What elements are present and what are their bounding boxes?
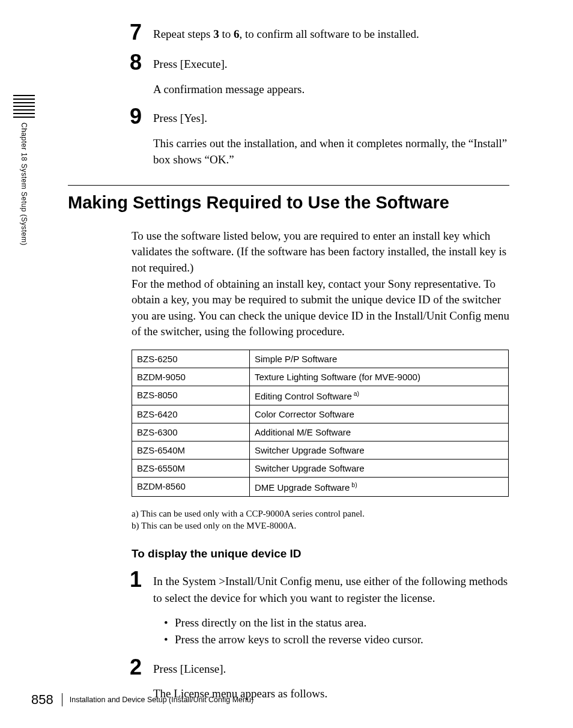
text-fragment: , to confirm all software to be installe… xyxy=(240,28,419,40)
desc-cell: Additional M/E Software xyxy=(250,423,509,441)
side-tab: Chapter 18 System Setup (System) xyxy=(13,95,35,246)
desc-cell: Simple P/P Software xyxy=(250,350,509,368)
list-item: •Press the arrow keys to scroll the reve… xyxy=(164,631,511,648)
section-title: Making Settings Required to Use the Soft… xyxy=(68,193,511,213)
footer-text: Installation and Device Setup (Install/U… xyxy=(70,696,253,704)
step-number: 2 xyxy=(66,657,153,678)
footnote-ref: a) xyxy=(352,390,359,397)
step-text: Press [Execute]. A confirmation message … xyxy=(153,52,511,97)
footnote-ref: b) xyxy=(350,481,357,488)
paragraph: For the method of obtaining an install k… xyxy=(132,276,510,340)
bullet-icon: • xyxy=(164,631,175,648)
bullet-text: Press the arrow keys to scroll the rever… xyxy=(175,631,423,648)
software-table: BZS-6250Simple P/P SoftwareBZDM-9050Text… xyxy=(132,350,509,497)
page-content: 7 Repeat steps 3 to 6, to confirm all so… xyxy=(66,22,511,711)
step-text: Press [Yes]. This carries out the instal… xyxy=(153,106,511,168)
step-main: Press [Execute]. xyxy=(153,56,511,73)
desc-cell: Color Corrector Software xyxy=(250,405,509,423)
table-row: BZDM-9050Texture Lighting Software (for … xyxy=(132,368,509,386)
step-main: In the System >Install/Unit Config menu,… xyxy=(153,573,511,606)
desc-cell: Editing Control Software a) xyxy=(250,386,509,405)
desc-cell: Texture Lighting Software (for MVE-9000) xyxy=(250,368,509,386)
step-b1: 1 In the System >Install/Unit Config men… xyxy=(66,569,511,648)
step-9: 9 Press [Yes]. This carries out the inst… xyxy=(66,106,511,168)
step-number: 1 xyxy=(66,569,153,590)
desc-cell: DME Upgrade Software b) xyxy=(250,477,509,496)
table-row: BZDM-8560DME Upgrade Software b) xyxy=(132,477,509,496)
step-number: 7 xyxy=(66,22,153,43)
table-row: BZS-6300Additional M/E Software xyxy=(132,423,509,441)
table-row: BZS-6550MSwitcher Upgrade Software xyxy=(132,459,509,477)
step-8: 8 Press [Execute]. A confirmation messag… xyxy=(66,52,511,97)
table-row: BZS-6250Simple P/P Software xyxy=(132,350,509,368)
model-cell: BZS-6250 xyxy=(132,350,250,368)
list-item: •Press directly on the list in the statu… xyxy=(164,614,511,631)
bullet-icon: • xyxy=(164,614,175,631)
table-row: BZS-6420Color Corrector Software xyxy=(132,405,509,423)
chapter-label: Chapter 18 System Setup (System) xyxy=(20,123,28,246)
step-main: Press [Yes]. xyxy=(153,110,511,127)
model-cell: BZDM-9050 xyxy=(132,368,250,386)
page-number: 858 xyxy=(31,692,53,708)
footnote-a: a) This can be used only with a CCP-9000… xyxy=(132,508,511,520)
step-main: Press [License]. xyxy=(153,661,511,678)
sub-heading: To display the unique device ID xyxy=(132,547,511,560)
footer-separator xyxy=(62,693,62,706)
tab-lines-icon xyxy=(13,95,35,118)
desc-cell: Switcher Upgrade Software xyxy=(250,441,509,459)
paragraph: To use the software listed below, you ar… xyxy=(132,228,510,276)
text-fragment: Repeat steps xyxy=(153,28,213,40)
step-text: Repeat steps 3 to 6, to confirm all soft… xyxy=(153,22,511,43)
model-cell: BZS-6420 xyxy=(132,405,250,423)
desc-cell: Switcher Upgrade Software xyxy=(250,459,509,477)
model-cell: BZS-6540M xyxy=(132,441,250,459)
step-text: In the System >Install/Unit Config menu,… xyxy=(153,569,511,648)
step-sub: A confirmation message appears. xyxy=(153,81,511,98)
model-cell: BZDM-8560 xyxy=(132,477,250,496)
table-row: BZS-6540MSwitcher Upgrade Software xyxy=(132,441,509,459)
step-number: 9 xyxy=(66,106,153,127)
model-cell: BZS-8050 xyxy=(132,386,250,405)
text-bold: 3 xyxy=(213,28,219,40)
bullet-list: •Press directly on the list in the statu… xyxy=(164,614,511,648)
model-cell: BZS-6300 xyxy=(132,423,250,441)
step-number: 8 xyxy=(66,52,153,73)
text-bold: 6 xyxy=(234,28,240,40)
table-row: BZS-8050Editing Control Software a) xyxy=(132,386,509,405)
model-cell: BZS-6550M xyxy=(132,459,250,477)
text-fragment: to xyxy=(219,28,234,40)
step-sub: This carries out the installation, and w… xyxy=(153,135,511,168)
footnote-b: b) This can be used only on the MVE-8000… xyxy=(132,520,511,532)
section-rule xyxy=(68,185,509,186)
intro-paragraphs: To use the software listed below, you ar… xyxy=(132,228,510,340)
footer: 858 Installation and Device Setup (Insta… xyxy=(31,692,253,708)
bullet-text: Press directly on the list in the status… xyxy=(175,614,366,631)
step-7: 7 Repeat steps 3 to 6, to confirm all so… xyxy=(66,22,511,43)
footnotes: a) This can be used only with a CCP-9000… xyxy=(132,508,511,532)
